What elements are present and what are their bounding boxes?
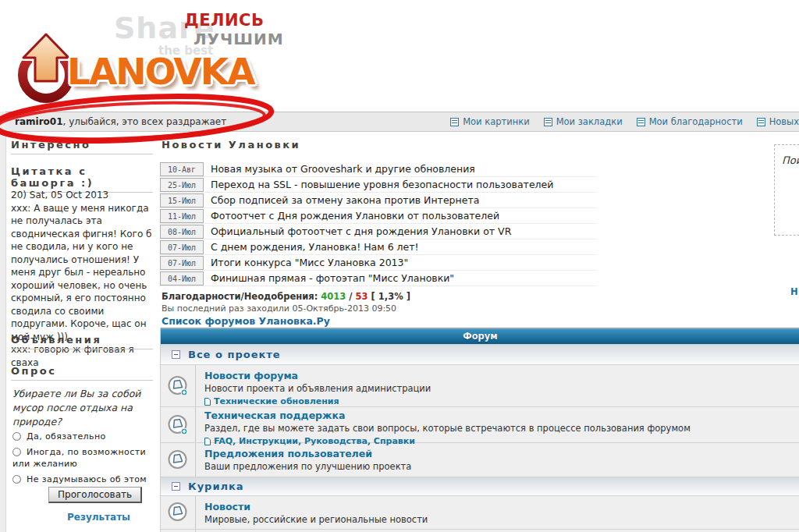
forum-title-link[interactable]: Новости: [204, 501, 428, 512]
poll-option-2[interactable]: Иногда, по возможности или желанию: [12, 446, 154, 470]
news-title-link[interactable]: Новая музыка от Grooveshark и другие обн…: [211, 162, 475, 176]
news-heading: Новости Улановки: [162, 139, 300, 151]
last-visit: Вы последний раз заходили 05-Октябрь-201…: [162, 303, 410, 314]
poll-option-2-label: Иногда, по возможности или желанию: [12, 447, 146, 469]
forum-table: Форум Все о проекте Новости форума Ново: [160, 328, 799, 532]
news-date: 08-Июл: [160, 225, 204, 239]
news-date: 07-Июл: [160, 256, 204, 270]
vote-button[interactable]: Проголосовать: [48, 487, 142, 503]
news-title-link[interactable]: Фотоотчет с Дня рождения Улановки от пол…: [211, 209, 499, 223]
news-row: 15-Июл Сбор подписей за отмену закона пр…: [160, 193, 597, 208]
tagline-top: ДЕЛИСЬ: [184, 11, 264, 30]
new-posts-link[interactable]: Новых: [757, 116, 799, 127]
sidebar: Интересно Цитатка с башорга :) 20) Sat, …: [11, 133, 154, 532]
poll-heading: Опрос: [11, 365, 153, 381]
forum-row-suggestions: Предложения пользователей Ваши предложен…: [161, 442, 799, 477]
news-title-link[interactable]: Итоги конкурса "Мисс Улановка 2013": [211, 256, 408, 270]
thanks-line: Благодарности/Неодобрения: 4013 / 53 [ 1…: [162, 291, 410, 302]
page: Share the best ДЕЛИСЬ ЛУЧШИМ LANOVKA: [0, 0, 799, 532]
pictures-icon: [450, 118, 459, 126]
user-stats: Благодарности/Неодобрения: 4013 / 53 [ 1…: [162, 291, 410, 327]
poll-results-link[interactable]: Результаты: [67, 512, 130, 523]
forum-index-link[interactable]: Список форумов Улановка.Ру: [162, 315, 330, 327]
subforum-doc-icon: [204, 398, 211, 406]
forum-icon: [166, 449, 190, 472]
thanks-label: Благодарности/Неодобрения:: [162, 291, 318, 302]
forum-title-link[interactable]: Новости форума: [204, 370, 431, 381]
right-rail-link-fragment[interactable]: Н: [790, 286, 798, 297]
forum-title-link[interactable]: Предложения пользователей: [204, 448, 411, 459]
forum-icon-cell: [161, 365, 196, 406]
username[interactable]: ramiro01: [15, 116, 63, 127]
my-bookmarks-link[interactable]: Мои закладки: [544, 116, 623, 127]
forum-description: Раздел, где вы можете задать свои вопрос…: [204, 423, 691, 434]
forum-column-header: Форум: [161, 328, 799, 344]
news-date: 04-Июл: [160, 271, 204, 286]
new-posts-icon: [757, 118, 765, 126]
forum-cell: Техническая поддержка Раздел, где вы мож…: [196, 407, 691, 442]
poll-radio-1[interactable]: [12, 432, 21, 441]
news-title-link[interactable]: С днем рождения, Улановка! Нам 6 лет!: [211, 240, 419, 254]
forum-title-link[interactable]: Техническая поддержка: [204, 410, 691, 421]
news-title-link[interactable]: Переход на SSL - повышение уровня безопа…: [211, 178, 553, 192]
my-bookmarks-label: Мои закладки: [556, 116, 623, 127]
section-title[interactable]: Курилка: [188, 481, 244, 492]
news-date: 07-Июл: [160, 240, 204, 254]
forum-cell: Новости Мировые, российские и региональн…: [196, 496, 428, 529]
poll-option-1[interactable]: Да, обязательно: [12, 431, 154, 442]
subforum-link[interactable]: Технические обновления: [204, 396, 431, 406]
news-title-link[interactable]: Сбор подписей за отмену закона против Ин…: [211, 193, 479, 207]
thanks-count: 4013: [321, 291, 346, 302]
news-title-link[interactable]: Официальный фотоотчет с дня рождения Ула…: [211, 225, 511, 239]
forum-icon: [166, 413, 190, 437]
user-greeting: ramiro01, улыбайся, это всех раздражает: [15, 112, 226, 131]
user-bar: ramiro01, улыбайся, это всех раздражает …: [5, 112, 799, 132]
quote-date-line: 20) Sat, 05 Oct 2013: [11, 189, 154, 202]
right-rail-box-label: Пои: [782, 154, 799, 166]
news-date: 15-Июл: [160, 193, 204, 207]
poll-radio-2[interactable]: [12, 448, 21, 456]
my-pictures-link[interactable]: Мои картинки: [450, 116, 530, 127]
forum-cell: Предложения пользователей Ваши предложен…: [196, 443, 411, 477]
news-row: 08-Июл Официальный фотоотчет с дня рожде…: [160, 225, 597, 239]
news-row: 10-Авг Новая музыка от Grooveshark и дру…: [160, 162, 597, 177]
announcements-heading: Объявления: [11, 334, 153, 349]
main-content: Новости Улановки 10-Авг Новая музыка от …: [160, 133, 799, 532]
quote-body: xxx: А ваще у меня никогда не получалась…: [11, 202, 154, 344]
news-row: 07-Июл Итоги конкурса "Мисс Улановка 201…: [160, 256, 597, 271]
greeting-text: , улыбайся, это всех раздражает: [63, 116, 227, 127]
my-thanks-label: Мои благодарности: [649, 116, 743, 127]
poll-option-3[interactable]: Не задумываюсь об этом: [12, 473, 154, 485]
brand-wordmark[interactable]: LANOVKA: [67, 50, 254, 93]
forum-cell: Новости форума Новости проекта и объявле…: [196, 365, 431, 406]
news-date: 11-Июл: [160, 209, 204, 223]
section-smoking-room: Курилка: [161, 477, 799, 495]
thanks-separator: /: [349, 291, 352, 302]
forum-icon-cell: [161, 407, 196, 442]
my-thanks-link[interactable]: Мои благодарности: [637, 116, 743, 127]
forum-description: Новости проекта и объявления администрац…: [204, 383, 431, 394]
bookmarks-icon: [544, 118, 552, 126]
collapse-icon[interactable]: [172, 350, 180, 359]
thanks-ratio: [ 1,3% ]: [371, 291, 410, 302]
news-date: 25-Июл: [160, 178, 204, 192]
tagline-bottom: ЛУЧШИМ: [194, 30, 284, 48]
forum-description: Ваши предложения по улучшению проекта: [204, 461, 411, 472]
forum-icon: [166, 374, 190, 398]
forum-icon-cell: [161, 443, 196, 477]
news-row: 25-Июл Переход на SSL - повышение уровня…: [160, 178, 597, 193]
section-title[interactable]: Все о проекте: [188, 349, 281, 360]
collapse-icon[interactable]: [172, 482, 180, 491]
forum-icon-cell: [161, 496, 196, 529]
new-posts-label: Новых: [769, 116, 799, 127]
user-links: Мои картинки Мои закладки Мои благодарно…: [450, 112, 799, 131]
section-all-about-project: Все о проекте: [161, 344, 799, 364]
poll-option-3-label: Не задумываюсь об этом: [27, 474, 147, 484]
news-row: 04-Июл Финишная прямая - фотоэтап "Мисс …: [160, 271, 597, 286]
news-date: 10-Авг: [160, 162, 204, 176]
poll-question: Убираете ли Вы за собой мусор после отды…: [12, 387, 147, 429]
forum-row-news: Новости форума Новости проекта и объявле…: [161, 364, 799, 406]
news-title-link[interactable]: Финишная прямая - фотоэтап "Мисс Улановк…: [211, 271, 454, 286]
poll-radio-3[interactable]: [12, 475, 21, 484]
forum-icon: [166, 501, 190, 524]
